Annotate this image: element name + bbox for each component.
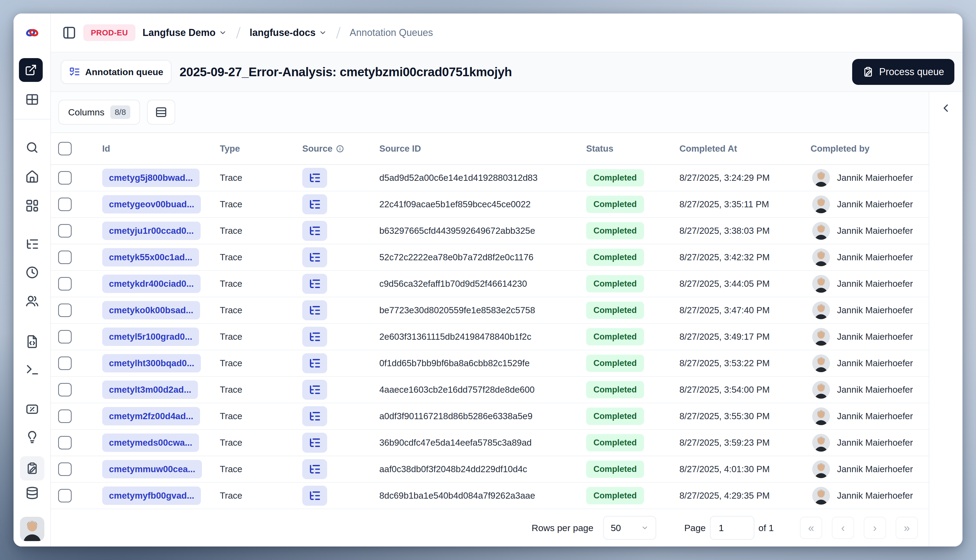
trace-source-button[interactable] [302,486,327,506]
breadcrumb-org[interactable]: Langfuse Demo [142,27,227,38]
row-checkbox[interactable] [58,330,72,343]
annotation-queue-badge: Annotation queue [61,60,172,84]
trace-source-button[interactable] [302,274,327,294]
column-header-type[interactable]: Type [220,143,302,154]
column-header-status[interactable]: Status [586,143,679,154]
trace-source-button[interactable] [302,406,327,426]
row-id-badge[interactable]: cmetygeov00buad... [102,195,201,213]
sidebar-divider [13,119,50,120]
row-id-badge[interactable]: cmetyko0k00bsad... [102,301,200,320]
row-id-badge[interactable]: cmetyg5j800bwad... [102,168,200,187]
column-header-id[interactable]: Id [102,143,220,154]
trace-source-button[interactable] [302,247,327,267]
row-checkbox[interactable] [58,436,72,450]
sidebar-item-playground[interactable] [25,363,39,377]
trace-source-button[interactable] [302,300,327,320]
table-row[interactable]: cmetymeds00cwa... Trace 36b90cdfc47e5da1… [51,430,929,456]
select-all-checkbox[interactable] [58,142,72,155]
column-header-source-id[interactable]: Source ID [379,143,586,154]
table-row[interactable]: cmetykdr400ciad0... Trace c9d56ca32efaff… [51,271,929,297]
trace-source-button[interactable] [302,168,327,188]
rows-per-page-select[interactable]: 50 [603,516,656,540]
row-checkbox[interactable] [58,410,72,423]
table-row[interactable]: cmetylht300bqad0... Trace 0f1dd65b7bb9bf… [51,350,929,377]
row-id-badge[interactable]: cmetylt3m00d2ad... [102,380,198,399]
row-height-button[interactable] [147,100,175,125]
sidebar-item-home[interactable] [25,170,39,184]
row-id-badge[interactable]: cmetyk55x00c1ad... [102,248,199,267]
table-row[interactable]: cmetyg5j800bwad... Trace d5ad9d52a00c6e1… [51,165,929,192]
column-header-source[interactable]: Source [302,143,379,154]
row-checkbox[interactable] [58,224,72,238]
row-id-badge[interactable]: cmetymyfb00gvad... [102,487,201,505]
list-tree-icon [309,278,321,290]
page-number-input[interactable] [710,516,754,540]
next-page-button[interactable]: › [864,517,886,539]
sidebar-item-dashboards[interactable] [25,198,39,213]
row-checkbox[interactable] [58,171,72,185]
row-id-badge[interactable]: cmetylht300bqad0... [102,354,201,372]
sidebar-item-tracing[interactable] [25,237,39,251]
user-avatar[interactable] [20,517,44,541]
row-id-badge[interactable]: cmetymmuw00cea... [102,460,202,478]
column-header-completed-at[interactable]: Completed At [679,143,811,154]
row-checkbox[interactable] [58,198,72,211]
row-id-badge[interactable]: cmetykdr400ciad0... [102,275,200,293]
collapse-panel-button[interactable] [936,98,956,118]
last-page-button[interactable]: » [896,517,918,539]
table-row[interactable]: cmetylt3m00d2ad... Trace 4aaece1603cb2e1… [51,377,929,403]
langfuse-logo-icon[interactable] [24,25,40,40]
row-id-badge[interactable]: cmetyl5r100grad0... [102,328,199,346]
columns-button[interactable]: Columns 8/8 [58,100,140,125]
row-checkbox[interactable] [58,357,72,370]
sidebar-toggle-button[interactable] [62,26,76,40]
trace-source-button[interactable] [302,194,327,214]
trace-source-button[interactable] [302,327,327,347]
sidebar-item-prompts[interactable] [25,335,39,348]
row-completed-by: Jannik Maierhoefer [837,278,913,289]
table-row[interactable]: cmetymyfb00gvad... Trace 8dc69b1ba1e540b… [51,483,929,509]
sidebar-item-sessions[interactable] [25,265,39,280]
row-checkbox[interactable] [58,303,72,317]
info-icon[interactable] [336,145,344,153]
trace-source-button[interactable] [302,433,327,453]
go-to-project-button[interactable] [19,58,43,82]
table-row[interactable]: cmetyk55x00c1ad... Trace 52c72c2222ea78e… [51,244,929,271]
table-row[interactable]: cmetyju1r00ccad0... Trace b63297665cfd44… [51,218,929,244]
trace-source-button[interactable] [302,459,327,479]
row-completed-at: 8/27/2025, 3:53:22 PM [679,358,811,368]
list-tree-icon [309,304,321,317]
table-row[interactable]: cmetygeov00buad... Trace 22c41f09acae5b1… [51,192,929,218]
sidebar-item-tables[interactable] [25,92,39,107]
sidebar-item-insights[interactable] [25,430,39,444]
sidebar-item-users[interactable] [25,294,39,308]
sidebar-item-datasets[interactable] [25,486,39,500]
first-page-button[interactable]: « [800,517,822,539]
process-queue-button[interactable]: Process queue [852,59,954,85]
row-id-badge[interactable]: cmetymeds00cwa... [102,433,199,452]
sidebar-item-search[interactable] [25,140,39,155]
sidebar-item-evaluation[interactable] [25,402,39,416]
table-row[interactable]: cmetyko0k00bsad... Trace be7723e30d80205… [51,297,929,324]
row-checkbox[interactable] [58,462,72,476]
row-checkbox[interactable] [58,277,72,290]
table-row[interactable]: cmetymmuw00cea... Trace aaf0c38db0f3f204… [51,456,929,483]
table-row[interactable]: cmetym2fz00d4ad... Trace a0df3f901167218… [51,403,929,430]
breadcrumb: PROD-EU Langfuse Demo langfuse-docs Anno… [51,13,963,52]
breadcrumb-project[interactable]: langfuse-docs [250,27,327,38]
table-row[interactable]: cmetyl5r100grad0... Trace 2e603f31361115… [51,324,929,350]
row-id-badge[interactable]: cmetym2fz00d4ad... [102,407,200,425]
status-badge: Completed [586,408,644,425]
sidebar-item-annotation-queues[interactable] [20,456,44,480]
row-checkbox[interactable] [58,383,72,397]
column-header-completed-by[interactable]: Completed by [811,143,929,154]
status-badge: Completed [586,275,644,292]
list-tree-icon [309,357,321,370]
row-checkbox[interactable] [58,489,72,502]
previous-page-button[interactable]: ‹ [832,517,854,539]
row-id-badge[interactable]: cmetyju1r00ccad0... [102,222,200,240]
trace-source-button[interactable] [302,221,327,241]
row-checkbox[interactable] [58,250,72,264]
trace-source-button[interactable] [302,353,327,373]
trace-source-button[interactable] [302,380,327,400]
